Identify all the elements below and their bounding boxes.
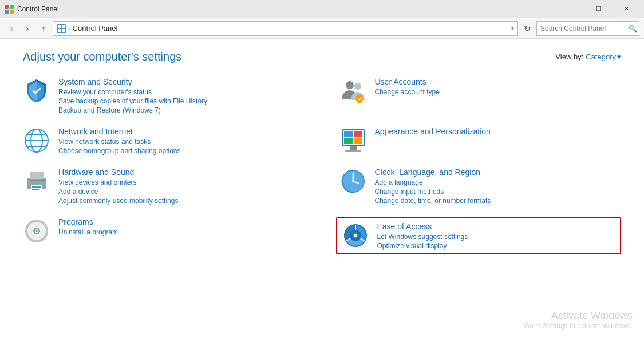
svg-rect-26 [31,185,42,192]
network-link-2[interactable]: Choose homegroup and sharing options [58,147,180,155]
category-programs: Programs Uninstall a program [23,217,305,254]
address-bar: ‹ › ↑ › Control Panel ▾ ↻ 🔍 [0,18,644,39]
system-security-text: System and Security Review your computer… [58,77,207,114]
user-accounts-links: Change account type [375,88,440,96]
network-title[interactable]: Network and Internet [58,127,180,136]
svg-rect-5 [62,25,65,28]
refresh-button[interactable]: ↻ [520,22,534,35]
category-user-accounts: User Accounts Change account type [339,77,622,114]
user-accounts-title[interactable]: User Accounts [375,77,440,86]
ease-of-access-icon [342,222,369,249]
hardware-text: Hardware and Sound View devices and prin… [58,167,178,205]
user-accounts-text: User Accounts Change account type [375,77,440,96]
category-appearance: Appearance and Personalization [339,127,622,155]
system-security-links: Review your computer's status Save backu… [58,88,207,114]
svg-rect-0 [5,5,9,9]
forward-button[interactable]: › [21,22,34,35]
svg-rect-4 [58,25,61,28]
maximize-button[interactable]: ☐ [586,0,612,18]
hardware-links: View devices and printers Add a device A… [58,178,178,205]
back-button[interactable]: ‹ [5,22,18,35]
hardware-link-3[interactable]: Adjust commonly used mobility settings [58,197,178,205]
address-field[interactable]: › Control Panel ▾ [53,21,518,36]
close-button[interactable]: ✕ [613,0,639,18]
hardware-link-2[interactable]: Add a device [58,188,178,196]
clock-text: Clock, Language, and Region Add a langua… [375,167,491,205]
network-link-1[interactable]: View network status and tasks [58,138,180,146]
clock-link-2[interactable]: Change input methods [375,188,491,196]
category-ease-of-access: Ease of Access Let Windows suggest setti… [336,217,622,254]
programs-text: Programs Uninstall a program [58,217,118,236]
network-text: Network and Internet View network status… [58,127,180,155]
svg-rect-27 [32,186,41,188]
categories-grid: System and Security Review your computer… [23,77,621,267]
system-security-title[interactable]: System and Security [58,77,207,86]
appearance-text: Appearance and Personalization [375,127,491,138]
svg-rect-21 [350,146,357,150]
ease-of-access-title[interactable]: Ease of Access [377,222,468,231]
address-icon [57,24,66,33]
page-title: Adjust your computer's settings [23,50,181,63]
clock-link-3[interactable]: Change date, time, or number formats [375,197,491,205]
network-links: View network status and tasks Choose hom… [58,138,180,155]
clock-title[interactable]: Clock, Language, and Region [375,167,491,177]
network-icon [23,127,50,154]
minimize-button[interactable]: – [558,0,584,18]
svg-rect-19 [344,138,353,144]
system-link-2[interactable]: Save backup copies of your files with Fi… [58,97,207,105]
svg-rect-18 [354,131,362,137]
title-bar-left: Control Panel [5,5,59,14]
clock-link-1[interactable]: Add a language [375,178,491,186]
watermark-subtitle: Go to Settings to activate Windows. [524,322,633,330]
up-button[interactable]: ↑ [37,22,50,35]
view-by: View by: Category ▾ [555,53,621,61]
title-bar-controls: – ☐ ✕ [558,0,639,18]
hardware-icon [23,167,50,195]
svg-rect-28 [32,189,39,190]
user-accounts-icon [339,77,367,105]
search-input[interactable] [540,25,626,33]
programs-links: Uninstall a program [58,228,118,236]
svg-point-8 [346,81,354,89]
programs-link-1[interactable]: Uninstall a program [58,228,118,236]
view-by-dropdown[interactable]: Category ▾ [586,53,621,61]
hardware-link-1[interactable]: View devices and printers [58,178,178,186]
watermark-title: Activate Windows [524,310,633,322]
activate-windows-watermark: Activate Windows Go to Settings to activ… [524,310,633,330]
hardware-title[interactable]: Hardware and Sound [58,167,178,177]
system-link-1[interactable]: Review your computer's status [58,88,207,96]
ease-of-access-links: Let Windows suggest settings Optimize vi… [377,233,468,250]
svg-point-39 [36,230,38,232]
svg-rect-24 [30,180,44,181]
category-clock: Clock, Language, and Region Add a langua… [339,167,622,205]
programs-title[interactable]: Programs [58,217,118,226]
svg-rect-1 [10,5,14,9]
programs-icon [23,217,50,245]
svg-rect-20 [354,138,362,144]
svg-rect-6 [58,29,61,32]
title-bar: Control Panel – ☐ ✕ [0,0,644,18]
main-content: Adjust your computer's settings View by:… [0,39,644,339]
address-chevron: ▾ [511,25,514,31]
view-by-label: View by: [555,53,583,61]
ease-link-1[interactable]: Let Windows suggest settings [377,233,468,241]
search-box[interactable]: 🔍 [536,21,639,36]
user-link-1[interactable]: Change account type [375,88,440,96]
page-header: Adjust your computer's settings View by:… [23,50,621,63]
appearance-icon [339,127,367,154]
ease-link-2[interactable]: Optimize visual display [377,242,468,250]
category-network: Network and Internet View network status… [23,127,305,155]
svg-point-9 [354,83,361,90]
svg-rect-7 [62,29,65,32]
svg-rect-22 [345,150,361,152]
svg-rect-2 [5,10,9,14]
svg-point-29 [42,179,45,181]
address-text: Control Panel [73,24,118,33]
app-icon [5,5,14,14]
svg-rect-3 [10,10,14,14]
ease-of-access-text: Ease of Access Let Windows suggest setti… [377,222,468,250]
svg-rect-17 [344,131,353,137]
appearance-title[interactable]: Appearance and Personalization [375,127,491,136]
system-link-3[interactable]: Backup and Restore (Windows 7) [58,106,207,114]
clock-icon [339,167,367,195]
